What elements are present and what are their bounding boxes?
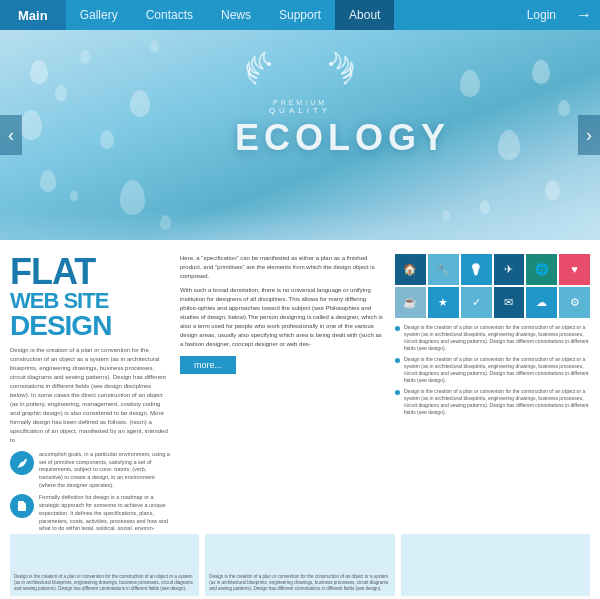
right-item-1: Design is the creation of a plan or conv… [395,324,590,352]
right-item-3: Design is the creation of a plan or conv… [395,388,590,416]
nav-login[interactable]: Login [515,8,568,22]
left-icon2-text: Formally definition for design is a road… [39,494,170,530]
nav-arrow-icon[interactable]: → [568,6,600,24]
hero-next-button[interactable]: › [578,115,600,155]
icon-plane[interactable]: ✈ [494,254,525,285]
more-button[interactable]: more... [180,356,236,374]
icon-grid: 🏠 🔧 💡 ✈ 🌐 ♥ ☕ ★ ✓ ✉ ☁ ⚙ [395,254,590,318]
right-item-3-text: Design is the creation of a plan or conv… [404,388,590,416]
main-title: FLAT WEB SITE DESIGN [10,254,170,340]
svg-point-1 [329,62,333,66]
icon-check[interactable]: ✓ [461,287,492,318]
nav-item-support[interactable]: Support [265,0,335,30]
icon-gear[interactable]: ⚙ [559,287,590,318]
bullet-2 [395,358,400,363]
thumbnail-2: Design is the creation of a plan or conv… [205,534,394,596]
document-icon-circle [10,494,34,518]
nav-main[interactable]: Main [0,0,66,30]
main-content: FLAT WEB SITE DESIGN Design is the creat… [0,240,600,530]
thumbnail-1-text: Design is the creation of a plan or conv… [10,570,199,596]
leaf-icon-circle [10,451,34,475]
center-para1: Here, a "specification" can be manifeste… [180,254,385,281]
left-icon1-text: accomplish goals, in a particular enviro… [39,451,170,489]
icon-wrench[interactable]: 🔧 [428,254,459,285]
left-body-text: Design is the creation of a plan or conv… [10,346,170,445]
svg-point-0 [267,62,271,66]
nav-item-gallery[interactable]: Gallery [66,0,132,30]
right-item-2-text: Design is the creation of a plan or conv… [404,356,590,384]
left-icon-row-1: accomplish goals, in a particular enviro… [10,451,170,489]
left-icon-row-2: Formally definition for design is a road… [10,494,170,530]
center-para2: With such a broad denotation, there is n… [180,286,385,349]
bullet-1 [395,326,400,331]
icon-globe[interactable]: 🌐 [526,254,557,285]
hero-section: PREMIUM QUALITY ECOLOGY ‹ › [0,30,600,240]
icon-cloud[interactable]: ☁ [526,287,557,318]
svg-point-3 [344,82,347,85]
thumbnail-1: Design is the creation of a plan or conv… [10,534,199,596]
hero-prev-button[interactable]: ‹ [0,115,22,155]
right-column: 🏠 🔧 💡 ✈ 🌐 ♥ ☕ ★ ✓ ✉ ☁ ⚙ Design is the cr… [395,254,590,524]
hero-quality-text: QUALITY [235,106,365,115]
right-item-2: Design is the creation of a plan or conv… [395,356,590,384]
nav-item-about[interactable]: About [335,0,394,30]
icon-star[interactable]: ★ [428,287,459,318]
wreath-icon [235,48,365,103]
hero-ecology-text: ECOLOGY [235,117,365,159]
icon-home[interactable]: 🏠 [395,254,426,285]
nav-item-contacts[interactable]: Contacts [132,0,207,30]
leaf-icon [16,457,28,469]
icon-heart[interactable]: ♥ [559,254,590,285]
center-column: Here, a "specification" can be manifeste… [180,254,385,524]
left-column: FLAT WEB SITE DESIGN Design is the creat… [10,254,170,524]
thumbnail-2-text: Design is the creation of a plan or conv… [205,570,394,596]
nav-item-news[interactable]: News [207,0,265,30]
bullet-3 [395,390,400,395]
icon-bulb[interactable]: 💡 [461,254,492,285]
hero-bottom-fade [0,210,600,240]
hero-badge-container: PREMIUM QUALITY ECOLOGY [235,48,365,159]
document-icon [16,500,28,512]
right-item-1-text: Design is the creation of a plan or conv… [404,324,590,352]
thumbnail-3 [401,534,590,596]
navigation: Main Gallery Contacts News Support About… [0,0,600,30]
icon-coffee[interactable]: ☕ [395,287,426,318]
svg-point-2 [254,82,257,85]
thumbnails-row: Design is the creation of a plan or conv… [0,530,600,599]
icon-envelope[interactable]: ✉ [494,287,525,318]
